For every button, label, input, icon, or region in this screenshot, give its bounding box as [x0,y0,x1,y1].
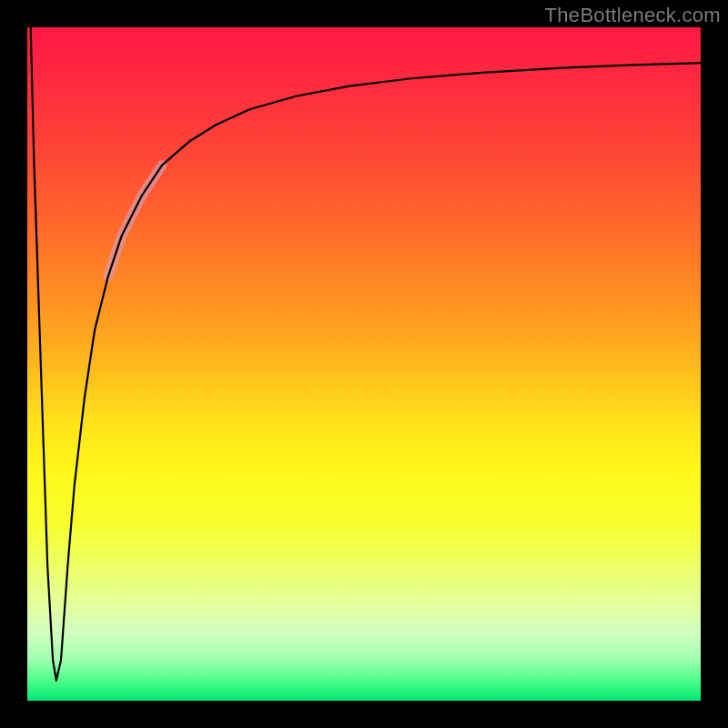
curve-highlight [108,166,162,277]
plot-area [27,27,701,701]
plot-svg [27,27,701,701]
watermark-text: TheBottleneck.com [545,4,721,27]
curve-line [31,27,701,681]
chart-container: TheBottleneck.com [0,0,728,728]
